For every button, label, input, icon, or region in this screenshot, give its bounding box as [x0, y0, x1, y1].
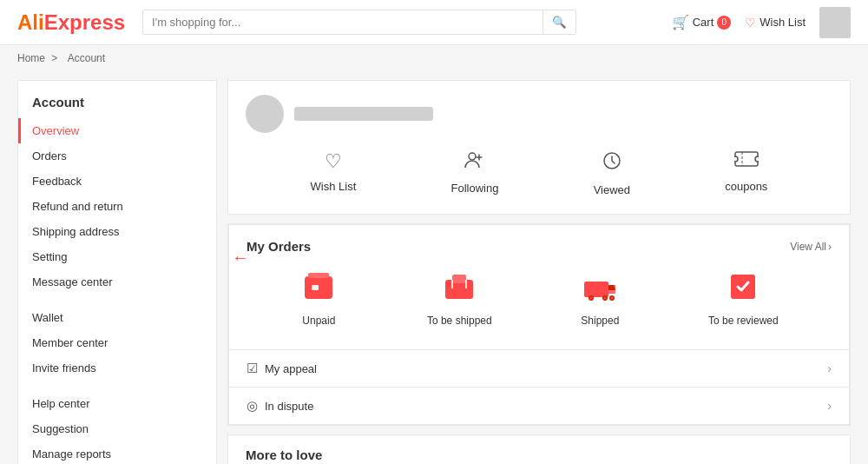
view-all-label: View All [790, 241, 826, 253]
sidebar-item-wallet[interactable]: Wallet [18, 305, 216, 330]
wishlist-icon: ♡ [745, 16, 756, 30]
sidebar-label-manage: Manage reports [32, 447, 111, 461]
sidebar-item-invite[interactable]: Invite friends [18, 355, 216, 381]
sidebar-label-feedback: Feedback [32, 175, 82, 188]
sidebar-item-message[interactable]: Message center [18, 269, 216, 295]
cart-button[interactable]: 🛒 Cart 0 [672, 14, 732, 30]
stat-wishlist-label: Wish List [311, 180, 357, 193]
svg-rect-2 [735, 152, 758, 166]
view-all-button[interactable]: View All › [790, 241, 832, 253]
profile-avatar [246, 95, 284, 133]
svg-rect-8 [312, 285, 319, 290]
sidebar-label-invite: Invite friends [32, 361, 96, 375]
search-input[interactable] [143, 10, 542, 34]
wishlist-button[interactable]: ♡ Wish List [745, 16, 806, 30]
sidebar-label-message: Message center [32, 275, 113, 288]
main-container: Account Overview Orders Feedback Refund … [0, 71, 868, 464]
sidebar-item-refund[interactable]: Refund and return [18, 194, 216, 219]
logo[interactable]: AliExpress [17, 10, 125, 35]
search-icon: 🔍 [552, 16, 567, 29]
sidebar-item-suggestion[interactable]: Suggestion [18, 416, 216, 441]
sidebar-item-feedback[interactable]: Feedback [18, 169, 216, 194]
stat-coupons[interactable]: coupons [725, 150, 767, 196]
search-button[interactable]: 🔍 [542, 10, 575, 34]
sidebar: Account Overview Orders Feedback Refund … [17, 80, 217, 464]
chevron-right-dispute: › [827, 399, 832, 413]
sidebar-label-overview: Overview [32, 124, 79, 137]
content: ♡ Wish List Following [227, 80, 851, 464]
sidebar-label-suggestion: Suggestion [32, 422, 89, 435]
stat-following[interactable]: Following [451, 150, 499, 196]
order-item-tobe-shipped[interactable]: To be shipped [427, 268, 492, 327]
profile-top [246, 95, 832, 133]
order-label-tobe-shipped: To be shipped [427, 315, 492, 327]
order-item-tobe-reviewed[interactable]: To be reviewed [708, 268, 779, 327]
orders-section: My Orders View All › [227, 223, 851, 426]
breadcrumb-home[interactable]: Home [17, 52, 45, 64]
chevron-right-icon: › [828, 241, 832, 253]
cart-icon: 🛒 [672, 14, 689, 30]
tobe-shipped-icon [440, 268, 478, 306]
sidebar-item-overview[interactable]: Overview [18, 118, 216, 143]
unpaid-icon [299, 268, 338, 306]
breadcrumb-separator: > [51, 52, 57, 64]
wishlist-label: Wish List [760, 16, 806, 29]
sidebar-label-refund: Refund and return [32, 200, 123, 213]
viewed-stat-icon [602, 150, 622, 176]
order-label-unpaid: Unpaid [302, 315, 335, 327]
order-items: Unpaid To be shipped [247, 268, 832, 335]
coupons-stat-icon [734, 150, 759, 173]
svg-point-17 [590, 297, 593, 300]
svg-rect-10 [452, 275, 466, 283]
svg-point-19 [611, 297, 614, 300]
sidebar-divider-2 [18, 381, 216, 391]
sidebar-item-member[interactable]: Member center [18, 330, 216, 355]
stat-viewed[interactable]: Viewed [594, 150, 630, 196]
svg-point-0 [469, 153, 476, 160]
sidebar-item-help[interactable]: Help center [18, 391, 216, 416]
svg-point-3 [734, 156, 738, 162]
stat-viewed-label: Viewed [594, 183, 630, 196]
wishlist-stat-icon: ♡ [325, 150, 342, 173]
sidebar-label-wallet: Wallet [32, 311, 63, 324]
stat-following-label: Following [451, 182, 499, 195]
stat-coupons-label: coupons [725, 180, 767, 193]
tobe-reviewed-icon [724, 268, 762, 306]
orders-header: My Orders View All › [247, 239, 832, 254]
sidebar-item-manage[interactable]: Manage reports [18, 441, 216, 464]
in-dispute-label: In dispute [265, 400, 313, 413]
dispute-icon: ◎ [247, 398, 258, 414]
in-dispute-row[interactable]: ◎ In dispute › [228, 388, 850, 425]
header: AliExpress 🔍 🛒 Cart 0 ♡ Wish List [0, 0, 868, 45]
search-bar: 🔍 [142, 10, 576, 35]
svg-rect-13 [584, 282, 608, 297]
sidebar-item-shipping[interactable]: Shipping address [18, 219, 216, 244]
orders-title: My Orders [247, 239, 311, 254]
sidebar-item-orders[interactable]: Orders [18, 143, 216, 169]
sidebar-item-setting[interactable]: Setting ← [18, 244, 216, 269]
breadcrumb-current: Account [68, 52, 105, 64]
more-love-title: More to love [246, 447, 322, 462]
following-stat-icon [464, 150, 485, 175]
sidebar-label-setting: Setting [32, 250, 67, 263]
order-item-unpaid[interactable]: Unpaid [299, 268, 338, 327]
sidebar-title: Account [18, 95, 216, 118]
orders-card: My Orders View All › [228, 224, 850, 350]
stat-wishlist[interactable]: ♡ Wish List [311, 150, 357, 196]
my-appeal-left: ☑ My appeal [247, 361, 317, 376]
my-appeal-row[interactable]: ☑ My appeal › [228, 350, 850, 388]
svg-rect-7 [308, 273, 329, 278]
order-item-shipped[interactable]: Shipped [581, 268, 619, 327]
order-label-shipped: Shipped [581, 315, 619, 327]
svg-point-18 [604, 297, 607, 300]
arrow-annotation-icon: ← [232, 247, 249, 267]
more-love-section: More to love [227, 434, 851, 464]
order-label-tobe-reviewed: To be reviewed [708, 315, 779, 327]
cart-label: Cart [693, 16, 714, 29]
sidebar-divider-1 [18, 295, 216, 305]
sidebar-label-shipping: Shipping address [32, 225, 119, 238]
svg-point-4 [755, 156, 759, 162]
sidebar-label-orders: Orders [32, 149, 67, 162]
avatar[interactable] [819, 7, 851, 38]
profile-card: ♡ Wish List Following [227, 80, 851, 215]
